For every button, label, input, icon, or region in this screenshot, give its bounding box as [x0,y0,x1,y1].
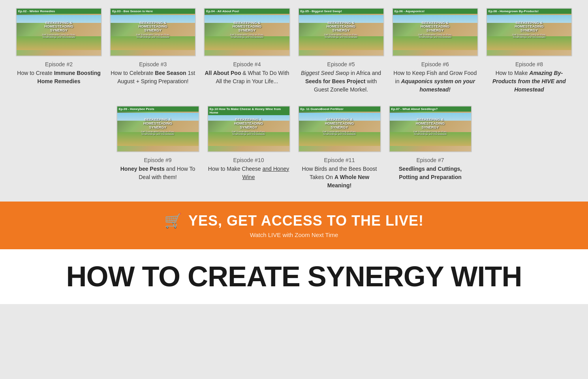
episode-thumbnail-ep7[interactable]: Ep.07 - What About Seedlings?BEEKEEPING … [389,106,472,152]
bottom-heading-text: HOW TO CREATE SYNERGY WITH [0,261,588,292]
episode-card-ep6[interactable]: Ep.06 - Aquaponics!BEEKEEPING & HOMESTEA… [392,8,478,94]
episode-card-ep10[interactable]: Ep.10 How To Make Cheese & Honey Wine fr… [207,106,290,190]
cta-main-text: YES, GET ACCESS TO THE LIVE! [188,213,424,229]
episode-desc-ep2: How to Create Immune BoostingHome Remedi… [17,69,101,86]
episode-number-ep3: Episode #3 [139,61,167,67]
cta-banner[interactable]: 🛒 YES, GET ACCESS TO THE LIVE! Watch LIV… [0,202,588,249]
episode-number-ep5: Episode #5 [327,61,355,67]
episode-number-ep6: Episode #6 [421,61,449,67]
episode-number-ep2: Episode #2 [45,61,73,67]
episode-number-ep9: Episode #9 [144,157,171,163]
episode-thumbnail-ep3[interactable]: Ep.03 - Bee Season is HereBEEKEEPING & H… [110,8,196,56]
episode-thumbnail-ep6[interactable]: Ep.06 - Aquaponics!BEEKEEPING & HOMESTEA… [392,8,478,56]
episode-desc-ep11: How Birds and the Bees Boost Takes On A … [298,165,381,190]
episode-number-ep11: Episode #11 [324,157,355,163]
episode-number-ep10: Episode #10 [233,157,264,163]
episode-thumbnail-ep11[interactable]: Ep. 11 GuanoBoost FertilizerBEEKEEPING &… [298,106,381,152]
episode-card-ep11[interactable]: Ep. 11 GuanoBoost FertilizerBEEKEEPING &… [298,106,381,190]
episode-desc-ep10: How to Make Cheese and Honey Wine [207,165,290,181]
episode-card-ep4[interactable]: Ep.04 - All About Poo!BEEKEEPING & HOMES… [204,8,290,94]
main-container: Ep.02 - Winter RemediesBEEKEEPING & HOME… [0,0,588,190]
cart-icon: 🛒 [164,213,182,229]
episode-thumbnail-ep2[interactable]: Ep.02 - Winter RemediesBEEKEEPING & HOME… [16,8,102,56]
episode-thumbnail-ep9[interactable]: Ep.09 - Honeybee PestsBEEKEEPING & HOMES… [116,106,199,152]
episode-card-ep3[interactable]: Ep.03 - Bee Season is HereBEEKEEPING & H… [110,8,196,94]
episode-desc-ep9: Honey bee Pests and How To Deal with the… [116,165,199,181]
bottom-heading-section: HOW TO CREATE SYNERGY WITH [0,249,588,304]
episode-number-ep4: Episode #4 [233,61,261,67]
episode-desc-ep7: Seedlings and Cuttings, Potting and Prep… [389,165,472,181]
episode-card-ep9[interactable]: Ep.09 - Honeybee PestsBEEKEEPING & HOMES… [116,106,199,190]
episode-desc-ep3: How to Celebrate Bee Season 1st August +… [110,69,196,86]
episode-card-ep5[interactable]: Ep.05 - Biggest Seed Swop!BEEKEEPING & H… [298,8,384,94]
cta-sub-text: Watch LIVE with Zoom Next Time [0,232,588,238]
episode-thumbnail-ep5[interactable]: Ep.05 - Biggest Seed Swop!BEEKEEPING & H… [298,8,384,56]
episode-card-ep2[interactable]: Ep.02 - Winter RemediesBEEKEEPING & HOME… [16,8,102,94]
episode-number-ep8: Episode #8 [515,61,543,67]
episode-desc-ep5: Biggest Seed Swop in Africa and Seeds fo… [298,69,384,94]
episode-thumbnail-ep4[interactable]: Ep.04 - All About Poo!BEEKEEPING & HOMES… [204,8,290,56]
episode-desc-ep6: How to Keep Fish and Grow Food in Aquapo… [392,69,478,94]
episode-thumbnail-ep10[interactable]: Ep.10 How To Make Cheese & Honey Wine fr… [207,106,290,152]
episodes-grid-bottom: Ep.09 - Honeybee PestsBEEKEEPING & HOMES… [116,106,472,190]
episode-card-ep7[interactable]: Ep.07 - What About Seedlings?BEEKEEPING … [389,106,472,190]
episode-thumbnail-ep8[interactable]: Ep.08 - Homegrown By-Products!BEEKEEPING… [486,8,572,56]
episode-desc-ep4: All About Poo & What To Do With All the … [204,69,290,86]
cta-main: 🛒 YES, GET ACCESS TO THE LIVE! [0,213,588,229]
episode-number-ep7: Episode #7 [416,157,444,163]
episode-desc-ep8: How to Make Amazing By-Products from the… [486,69,572,94]
episode-card-ep8[interactable]: Ep.08 - Homegrown By-Products!BEEKEEPING… [486,8,572,94]
episodes-grid-top: Ep.02 - Winter RemediesBEEKEEPING & HOME… [16,8,572,94]
